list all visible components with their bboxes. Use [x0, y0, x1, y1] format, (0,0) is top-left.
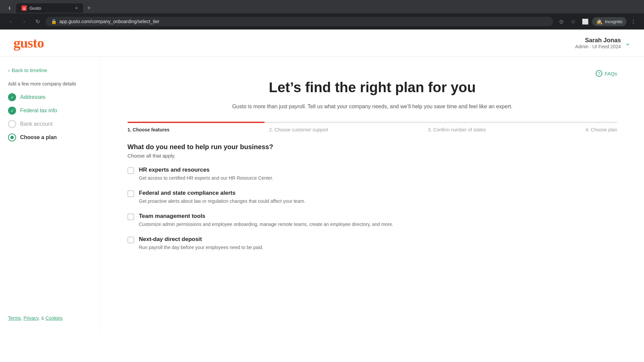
sidebar-item-bank-account[interactable]: Bank account: [8, 120, 92, 128]
active-tab[interactable]: g Gusto ×: [16, 3, 83, 13]
user-name: Sarah Jonas: [575, 37, 621, 44]
checkbox-item-hr: HR experts and resources Get access to c…: [127, 167, 617, 182]
sidebar-label-addresses: Addresses: [20, 94, 46, 100]
back-arrow-icon: ‹: [8, 67, 10, 73]
sidebar-label-plan: Choose a plan: [20, 134, 57, 140]
terms-link[interactable]: Terms: [8, 315, 21, 321]
step-choose-features: 1. Choose features: [127, 127, 169, 132]
progress-container: 1. Choose features 2. Choose customer su…: [127, 122, 617, 132]
checkbox-label-team: Team management tools: [139, 213, 393, 220]
address-url: app.gusto.com/company_onboarding/select_…: [59, 19, 548, 24]
checkbox-hr-experts[interactable]: [127, 167, 134, 174]
question-subtitle: Choose all that apply.: [127, 153, 617, 159]
content-area: ? FAQs Let’s find the right plan for you…: [101, 57, 644, 331]
step-choose-plan: 4. Choose plan: [586, 127, 617, 132]
user-menu[interactable]: Sarah Jonas Admin · UI Feed 2024 ⌄: [575, 37, 631, 49]
address-bar[interactable]: 🔒 app.gusto.com/company_onboarding/selec…: [46, 17, 553, 26]
checkbox-desc-hr: Get access to certified HR experts and o…: [139, 175, 273, 182]
checkbox-row-compliance: Federal and state compliance alerts Get …: [127, 190, 617, 205]
sidebar-item-choose-plan[interactable]: Choose a plan: [8, 133, 92, 141]
checkbox-row-deposit: Next-day direct deposit Run payroll the …: [127, 236, 617, 251]
checkbox-list: HR experts and resources Get access to c…: [127, 167, 617, 251]
circle-icon-bank: [8, 120, 16, 128]
checkbox-content-hr: HR experts and resources Get access to c…: [139, 167, 273, 182]
cookies-link[interactable]: Cookies: [46, 315, 63, 321]
checkbox-label-compliance: Federal and state compliance alerts: [139, 190, 305, 196]
checkbox-label-deposit: Next-day direct deposit: [139, 236, 263, 243]
sidebar-item-federal-tax-info[interactable]: ✓ Federal tax info: [8, 107, 92, 115]
browser-chrome: ⬇ g Gusto × + ‹ › ↻ 🔒 app.gusto.com/comp…: [0, 0, 644, 29]
app: gusto Sarah Jonas Admin · UI Feed 2024 ⌄…: [0, 29, 644, 331]
tab-close-btn[interactable]: ×: [75, 5, 78, 11]
checkbox-content-deposit: Next-day direct deposit Run payroll the …: [139, 236, 263, 251]
sidebar-items: ✓ Addresses ✓ Federal tax info Bank acco…: [8, 93, 92, 309]
checkbox-item-team: Team management tools Customize admin pe…: [127, 213, 617, 228]
address-lock-icon: 🔒: [51, 19, 57, 24]
checkbox-content-team: Team management tools Customize admin pe…: [139, 213, 393, 228]
profile-btn[interactable]: ⬜: [580, 16, 591, 27]
sidebar: ‹ Back to timeline Add a few more compan…: [0, 57, 101, 331]
forward-btn[interactable]: ›: [19, 16, 30, 27]
incognito-badge[interactable]: 🕵 Incognito: [592, 17, 627, 26]
check-icon-addresses: ✓: [8, 93, 16, 101]
sidebar-label-bank: Bank account: [20, 121, 53, 127]
checkbox-item-deposit: Next-day direct deposit Run payroll the …: [127, 236, 617, 251]
faq-link[interactable]: ? FAQs: [596, 70, 617, 77]
incognito-icon: 🕵: [596, 18, 603, 25]
question-title: What do you need to help run your busine…: [127, 143, 617, 151]
checkbox-label-hr: HR experts and resources: [139, 167, 273, 173]
faq-area: ? FAQs: [127, 70, 617, 77]
tab-favicon: g: [21, 5, 27, 11]
checkbox-desc-team: Customize admin permissions and employee…: [139, 221, 393, 228]
progress-steps: 1. Choose features 2. Choose customer su…: [127, 127, 617, 132]
back-link-label: Back to timeline: [12, 67, 47, 73]
tab-overflow-btn[interactable]: ⬇: [4, 3, 15, 13]
progress-fill: [127, 122, 265, 123]
new-tab-btn[interactable]: +: [85, 3, 94, 13]
sidebar-section-title: Add a few more company details: [8, 81, 92, 86]
progress-bar: [127, 122, 617, 123]
sep2: , &: [39, 315, 46, 321]
checkbox-compliance-alerts[interactable]: [127, 190, 134, 197]
tab-title: Gusto: [30, 6, 72, 11]
checkbox-row-team: Team management tools Customize admin pe…: [127, 213, 617, 228]
incognito-label: Incognito: [605, 19, 623, 24]
user-role: Admin · UI Feed 2024: [575, 44, 621, 49]
menu-btn[interactable]: ⋮: [628, 16, 639, 27]
browser-nav: ‹ › ↻ 🔒 app.gusto.com/company_onboarding…: [0, 13, 644, 29]
bookmark-btn[interactable]: ☆: [568, 16, 579, 27]
sidebar-label-federal-tax: Federal tax info: [20, 108, 57, 114]
sidebar-item-addresses[interactable]: ✓ Addresses: [8, 93, 92, 101]
gusto-logo[interactable]: gusto: [13, 35, 44, 51]
checkbox-item-compliance: Federal and state compliance alerts Get …: [127, 190, 617, 205]
nav-extras: ⊙ ☆ ⬜ 🕵 Incognito ⋮: [556, 16, 639, 27]
tab-bar: ⬇ g Gusto × +: [0, 0, 644, 13]
main-layout: ‹ Back to timeline Add a few more compan…: [0, 57, 644, 331]
user-details: Sarah Jonas Admin · UI Feed 2024: [575, 37, 621, 49]
privacy-link[interactable]: Privacy: [23, 315, 39, 321]
circle-icon-plan: [8, 133, 16, 141]
back-to-timeline-link[interactable]: ‹ Back to timeline: [8, 67, 92, 73]
sep1: ,: [21, 315, 23, 321]
checkbox-next-day-deposit[interactable]: [127, 237, 134, 243]
page-title: Let’s find the right plan for you: [127, 79, 617, 96]
faq-label: FAQs: [604, 71, 617, 76]
checkbox-desc-compliance: Get proactive alerts about law or regula…: [139, 198, 305, 205]
faq-icon: ?: [596, 70, 602, 77]
app-header: gusto Sarah Jonas Admin · UI Feed 2024 ⌄: [0, 29, 644, 57]
step-confirm-states: 3. Confirm number of states: [428, 127, 486, 132]
user-dropdown-arrow[interactable]: ⌄: [625, 39, 631, 47]
reload-btn[interactable]: ↻: [32, 16, 43, 27]
page-subtitle: Gusto is more than just payroll. Tell us…: [228, 102, 517, 111]
check-icon-federal-tax: ✓: [8, 107, 16, 115]
cast-btn[interactable]: ⊙: [556, 16, 567, 27]
back-btn[interactable]: ‹: [5, 16, 16, 27]
sidebar-footer: Terms, Privacy, & Cookies: [8, 309, 92, 321]
checkbox-desc-deposit: Run payroll the day before your employee…: [139, 244, 263, 251]
step-choose-support: 2. Choose customer support: [269, 127, 328, 132]
checkbox-row-hr: HR experts and resources Get access to c…: [127, 167, 617, 182]
checkbox-team-management[interactable]: [127, 214, 134, 220]
checkbox-content-compliance: Federal and state compliance alerts Get …: [139, 190, 305, 205]
